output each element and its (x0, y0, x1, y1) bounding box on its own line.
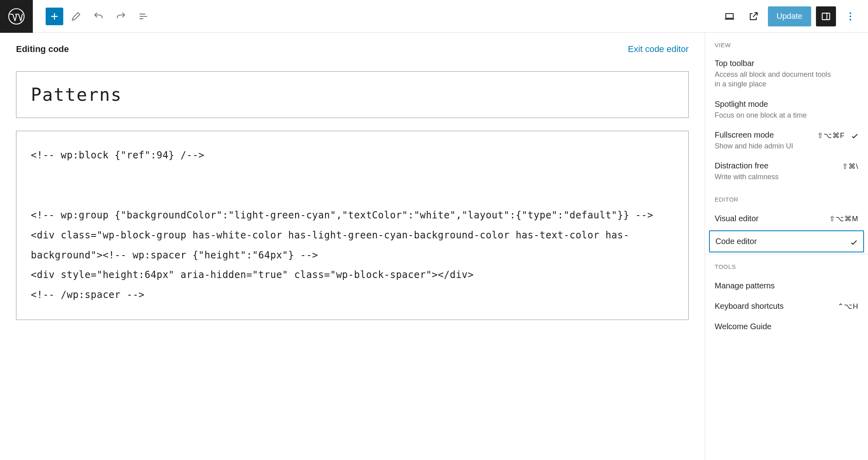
top-toolbar: Update (0, 0, 868, 33)
toolbar-right: Update (720, 6, 868, 26)
wp-logo[interactable] (0, 0, 33, 33)
view-section-label: VIEW (705, 33, 868, 54)
sidebar-icon (820, 11, 832, 22)
svg-point-4 (850, 19, 851, 20)
tools-button[interactable] (66, 7, 86, 26)
options-button[interactable] (841, 7, 860, 26)
options-menu: VIEW Top toolbar Access all block and do… (705, 33, 868, 460)
menu-item-desc: Focus on one block at a time (715, 110, 858, 120)
editor-section-label: EDITOR (705, 187, 868, 208)
wordpress-icon (8, 8, 25, 25)
plus-icon (49, 11, 60, 22)
document-overview-button[interactable] (134, 7, 153, 26)
menu-item-title: Distraction free (715, 161, 858, 170)
menu-item-title: Spotlight mode (715, 100, 858, 109)
redo-button[interactable] (111, 7, 131, 26)
menu-item-desc: Write with calmness (715, 172, 858, 182)
menu-item-shortcut: ⇧⌥⌘F (817, 131, 845, 140)
menu-item-label: Welcome Guide (715, 322, 858, 331)
menu-item-label: Manage patterns (715, 281, 858, 290)
menu-item-shortcut: ⇧⌥⌘M (829, 214, 858, 223)
post-title-field[interactable]: Patterns (16, 71, 689, 118)
menu-item-keyboard-shortcuts[interactable]: Keyboard shortcuts ⌃⌥H (705, 296, 868, 316)
menu-item-label: Keyboard shortcuts (715, 302, 858, 311)
menu-item-fullscreen-mode[interactable]: Fullscreen mode Show and hide admin UI ⇧… (705, 126, 868, 156)
code-editor-area: Editing code Exit code editor Patterns <… (0, 33, 705, 460)
post-content-field[interactable]: <!-- wp:block {"ref":94} /--> <!-- wp:gr… (16, 131, 689, 320)
menu-item-title: Top toolbar (715, 59, 858, 68)
block-inserter-button[interactable] (46, 8, 63, 25)
main-region: Editing code Exit code editor Patterns <… (0, 33, 868, 460)
svg-rect-1 (822, 13, 830, 19)
settings-sidebar-button[interactable] (816, 6, 836, 26)
menu-item-shortcut: ⌃⌥H (838, 302, 858, 311)
menu-item-desc: Access all block and document tools in a… (715, 70, 858, 89)
list-icon (138, 11, 149, 22)
menu-item-manage-patterns[interactable]: Manage patterns (705, 276, 868, 296)
pencil-icon (70, 11, 82, 22)
menu-item-welcome-guide[interactable]: Welcome Guide (705, 316, 868, 337)
menu-item-visual-editor[interactable]: Visual editor ⇧⌥⌘M (705, 208, 868, 229)
check-icon (850, 238, 858, 248)
laptop-icon (724, 11, 735, 22)
undo-icon (93, 11, 104, 22)
tools-section-label: TOOLS (705, 254, 868, 276)
preview-desktop-button[interactable] (720, 7, 739, 26)
menu-item-code-editor[interactable]: Code editor (709, 230, 864, 252)
code-textarea[interactable]: <!-- wp:block {"ref":94} /--> <!-- wp:gr… (31, 146, 674, 305)
svg-point-2 (850, 12, 851, 14)
editor-header: Editing code Exit code editor (16, 44, 689, 54)
editing-code-label: Editing code (16, 44, 69, 54)
menu-item-distraction-free[interactable]: Distraction free Write with calmness ⇧⌘\ (705, 156, 868, 187)
post-title-text: Patterns (31, 84, 674, 105)
menu-item-shortcut: ⇧⌘\ (842, 162, 858, 171)
menu-item-desc: Show and hide admin UI (715, 141, 858, 151)
more-vertical-icon (845, 11, 856, 22)
undo-button[interactable] (89, 7, 108, 26)
svg-point-3 (850, 15, 851, 17)
check-icon (850, 132, 859, 142)
menu-item-top-toolbar[interactable]: Top toolbar Access all block and documen… (705, 54, 868, 95)
update-button[interactable]: Update (768, 6, 812, 26)
menu-item-label: Code editor (715, 237, 858, 246)
toolbar-left (33, 7, 153, 26)
redo-icon (115, 11, 127, 22)
view-post-button[interactable] (744, 7, 763, 26)
external-link-icon (748, 11, 759, 22)
exit-code-editor-link[interactable]: Exit code editor (628, 44, 689, 54)
menu-item-spotlight-mode[interactable]: Spotlight mode Focus on one block at a t… (705, 95, 868, 126)
